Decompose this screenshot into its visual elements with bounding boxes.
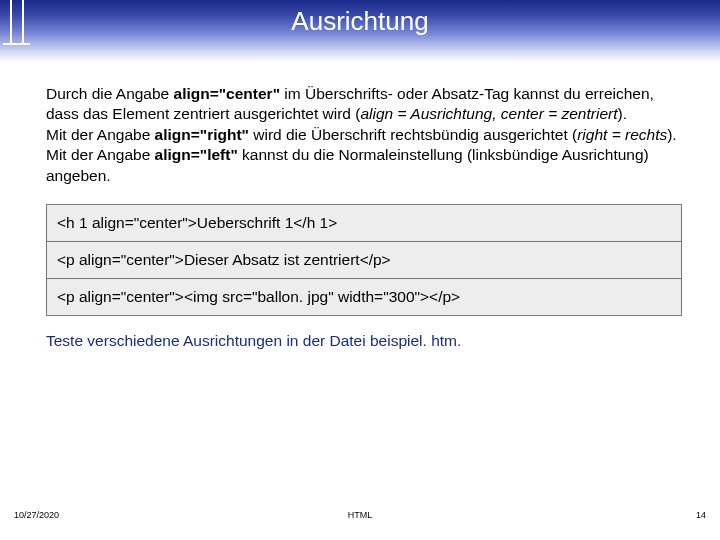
bold-text: align="left"	[155, 146, 238, 163]
text: Mit der Angabe	[46, 146, 155, 163]
text: Mit der Angabe	[46, 126, 155, 143]
body-paragraph: Durch die Angabe align="center" im Übers…	[46, 84, 682, 186]
text: wird die Überschrift rechtsbündig ausger…	[249, 126, 577, 143]
footer-center: HTML	[0, 510, 720, 520]
slide-title: Ausrichtung	[0, 6, 720, 37]
code-line: <p align="center"><img src="ballon. jpg"…	[47, 279, 681, 315]
text: ).	[667, 126, 676, 143]
italic-text: align = Ausrichtung, center = zentriert	[360, 105, 617, 122]
slide-body: Durch die Angabe align="center" im Übers…	[0, 62, 720, 350]
decor-line	[3, 43, 30, 45]
footer-page-number: 14	[696, 510, 706, 520]
bold-text: align="center"	[174, 85, 280, 102]
slide-header: Ausrichtung	[0, 0, 720, 62]
slide-footer: 10/27/2020 HTML 14	[0, 510, 720, 526]
text: ).	[618, 105, 627, 122]
code-line: <p align="center">Dieser Absatz ist zent…	[47, 242, 681, 279]
instruction-text: Teste verschiedene Ausrichtungen in der …	[46, 332, 682, 350]
text: Durch die Angabe	[46, 85, 174, 102]
italic-text: right = rechts	[577, 126, 667, 143]
bold-text: align="right"	[155, 126, 249, 143]
code-example-box: <h 1 align="center">Ueberschrift 1</h 1>…	[46, 204, 682, 316]
code-line: <h 1 align="center">Ueberschrift 1</h 1>	[47, 205, 681, 242]
